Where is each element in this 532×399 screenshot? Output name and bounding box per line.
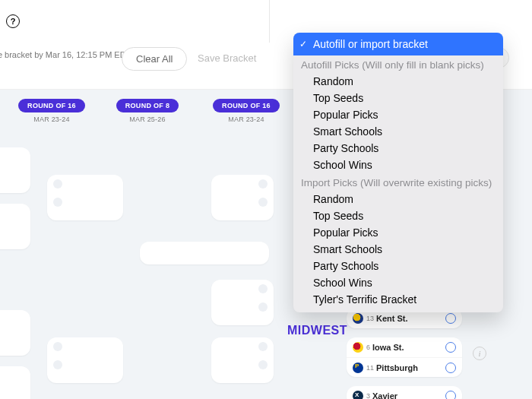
team-row[interactable]: 11 Pittsburgh <box>347 357 462 377</box>
team-logo-icon <box>353 342 363 353</box>
team-name: Xavier <box>372 391 397 399</box>
dropdown-item[interactable]: School Wins <box>293 274 503 291</box>
game-card-placeholder <box>0 204 30 249</box>
team-name: Pittsburgh <box>376 363 418 372</box>
help-icon[interactable]: ? <box>6 14 20 28</box>
game-card-placeholder <box>0 366 30 399</box>
game-card-placeholder <box>0 147 30 193</box>
round-pill: ROUND OF 16 <box>18 99 85 112</box>
pick-radio[interactable] <box>445 313 456 324</box>
vertical-divider <box>269 0 270 43</box>
team-name: Kent St. <box>376 314 408 323</box>
dropdown-item[interactable]: Random <box>293 73 503 90</box>
game-card-placeholder <box>0 310 30 356</box>
dropdown-header-label: Autofill or import bracket <box>313 38 428 50</box>
dropdown-selected[interactable]: ✓ Autofill or import bracket <box>293 33 503 55</box>
dropdown-item[interactable]: Tyler's Terrific Bracket <box>293 291 503 308</box>
round-pill: ROUND OF 8 <box>116 99 179 112</box>
team-logo-icon <box>353 391 363 399</box>
team-seed: 11 <box>366 364 374 372</box>
round-date: MAR 25-26 <box>129 116 165 123</box>
team-logo-icon <box>353 363 363 373</box>
team-seed: 6 <box>366 344 370 351</box>
dropdown-item[interactable]: Top Seeds <box>293 207 503 224</box>
autofill-dropdown[interactable]: ✓ Autofill or import bracket Autofill Pi… <box>293 33 503 312</box>
round-date: MAR 23-24 <box>228 116 264 123</box>
dropdown-item[interactable]: School Wins <box>293 157 503 173</box>
dropdown-item[interactable]: Party Schools <box>293 258 503 274</box>
region-label: MIDWEST <box>287 324 347 337</box>
team-seed: 3 <box>366 392 370 399</box>
dropdown-item[interactable]: Party Schools <box>293 140 503 157</box>
game-card-placeholder <box>211 175 274 220</box>
dropdown-item[interactable]: Smart Schools <box>293 123 503 140</box>
team-logo-icon <box>353 313 363 324</box>
dropdown-group-label: Import Picks (Will overwrite existing pi… <box>293 173 503 191</box>
dropdown-item[interactable]: Random <box>293 191 503 207</box>
round-pill: ROUND OF 16 <box>213 99 280 112</box>
pick-radio[interactable] <box>445 342 456 353</box>
game-card-placeholder <box>211 280 274 325</box>
game-card-placeholder <box>47 337 123 383</box>
game-card-placeholder <box>140 242 269 264</box>
dropdown-group-label: Autofill Picks (Will only fill in blank … <box>293 55 503 73</box>
dropdown-item[interactable]: Popular Picks <box>293 106 503 123</box>
pick-radio[interactable] <box>445 363 456 373</box>
team-name: Iowa St. <box>372 343 404 352</box>
game-card-placeholder <box>47 175 123 220</box>
team-row[interactable]: 3 Xavier <box>347 386 462 399</box>
dropdown-item[interactable]: Popular Picks <box>293 224 503 241</box>
team-row[interactable]: 6 Iowa St. <box>347 337 462 357</box>
round-date: MAR 23-24 <box>33 116 69 123</box>
team-seed: 13 <box>366 315 374 322</box>
dropdown-item[interactable]: Smart Schools <box>293 241 503 258</box>
game-card-placeholder <box>211 337 274 383</box>
pick-radio[interactable] <box>445 391 456 399</box>
info-icon[interactable]: i <box>473 347 486 360</box>
dropdown-item[interactable]: Top Seeds <box>293 90 503 106</box>
check-icon: ✓ <box>299 39 307 49</box>
